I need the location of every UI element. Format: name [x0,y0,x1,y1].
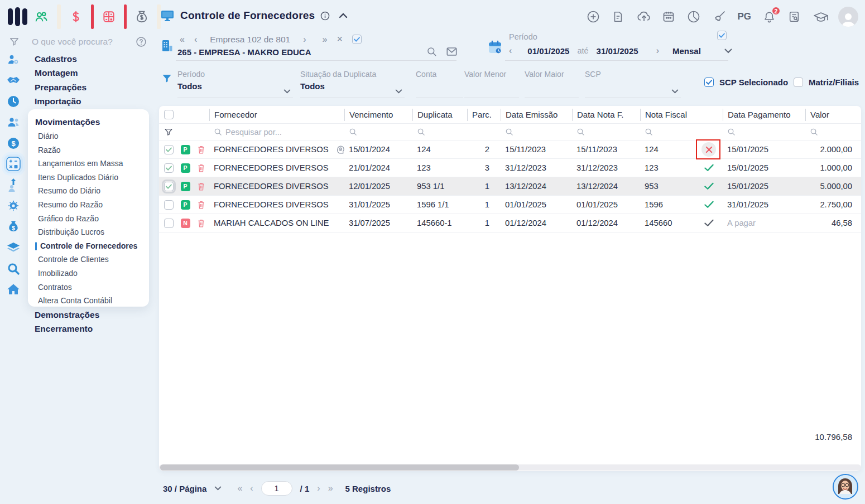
pending-check-icon[interactable] [704,219,714,227]
sidebar-item-montagem[interactable]: Montagem [35,66,86,80]
rail-layers-icon[interactable] [0,238,27,259]
delete-row-icon[interactable] [193,145,209,154]
paid-check-icon[interactable] [704,182,714,190]
document-search-icon[interactable] [788,10,801,23]
data-emissao-search-icon[interactable] [501,128,572,136]
dollar-module-icon[interactable] [69,9,83,25]
table-row[interactable]: P FORNECEDORES DIVERSOS 31/01/2025 1596 … [159,196,861,214]
people-module-icon[interactable] [33,9,49,25]
paid-check-icon[interactable] [704,201,714,209]
scrollbar-thumb[interactable] [160,464,519,471]
filter-conta[interactable]: Conta [416,69,463,94]
per-page-chevron-icon[interactable] [214,486,222,491]
delete-row-icon[interactable] [193,163,209,173]
bell-icon[interactable]: 2 [763,10,776,23]
chevron-down-icon[interactable] [283,89,291,94]
sidebar-search[interactable]: O que você procura? [0,32,159,51]
sidebar-item-importacao[interactable]: Importação [35,94,86,108]
submenu-item-resumo-do-razao[interactable]: Resumo do Razão [35,198,149,212]
header-parc[interactable]: Parc. [467,109,501,121]
header-fornecedor[interactable]: Fornecedor [209,109,344,121]
rail-people-icon[interactable] [0,112,27,133]
header-data-emissao[interactable]: Data Emissão [501,109,572,121]
moneybag-module-icon[interactable] [134,9,149,25]
period-mode-select[interactable]: Mensal [672,46,701,56]
delete-row-icon[interactable] [193,200,209,210]
submenu-item-razao[interactable]: Razão [35,143,149,157]
header-data-nota-f[interactable]: Data Nota F. [572,109,640,121]
next-company-button[interactable]: › [303,35,306,45]
header-nota-fiscal[interactable]: Nota Fiscal [640,109,695,121]
table-row[interactable]: P FORNECEDORES DIVERSOS 15/01/2024 124 2… [159,140,861,159]
calendar-icon[interactable] [662,10,675,23]
current-page-input[interactable] [261,481,292,496]
prev-company-button[interactable]: ‹ [194,35,197,45]
per-page-select[interactable]: 30 / Página [163,484,206,493]
clear-company-button[interactable]: × [337,33,343,45]
info-icon[interactable] [320,11,330,21]
period-start-date[interactable]: 01/01/2025 [527,46,569,56]
last-page-button[interactable]: » [328,483,333,493]
vencimento-search-icon[interactable] [344,128,412,136]
header-valor[interactable]: Valor [805,109,861,121]
user-avatar[interactable] [838,7,858,27]
collapse-chevron-up-icon[interactable] [339,13,348,18]
chevron-down-icon[interactable] [671,89,679,94]
pie-chart-icon[interactable] [687,10,700,23]
submenu-item-contratos[interactable]: Contratos [35,280,149,294]
next-period-button[interactable]: › [656,46,659,56]
period-mode-chevron-icon[interactable] [724,49,732,54]
matriz-filiais-checkbox[interactable]: Matriz/Filiais [794,77,859,87]
chevron-down-icon[interactable] [395,89,402,94]
submenu-title[interactable]: Movimentações [35,114,149,129]
filter-situacao[interactable]: Situação da Duplicata Todos [300,69,405,94]
rail-search-icon[interactable] [0,258,27,279]
submenu-item-imobilizado[interactable]: Imobilizado [35,266,149,280]
graduation-cap-icon[interactable] [813,10,826,23]
next-page-button[interactable]: › [317,483,320,493]
header-vencimento[interactable]: Vencimento [344,109,412,121]
company-checkbox[interactable] [352,35,362,44]
last-company-button[interactable]: » [322,35,327,45]
row-checkbox[interactable] [164,145,174,154]
row-checkbox[interactable] [164,182,174,191]
delete-row-icon[interactable] [193,182,209,191]
filter-valor-maior[interactable]: Valor Maior [525,69,579,94]
valor-search-icon[interactable] [805,128,861,136]
rail-gear-icon[interactable] [0,196,27,217]
rail-person-gear-icon[interactable] [0,49,27,70]
table-row[interactable]: N MARIAH CALCADOS ON LINE 31/07/2025 145… [159,214,861,232]
data-pagamento-search-icon[interactable] [723,128,805,136]
sidebar-search-placeholder[interactable]: O que você procura? [32,37,113,47]
rail-calculator-icon-active[interactable] [0,154,27,175]
prev-period-button[interactable]: ‹ [509,46,512,56]
submenu-item-grafico-do-razao[interactable]: Gráfico do Razão [35,212,149,226]
paid-check-icon[interactable] [704,164,714,172]
nota-fiscal-search-icon[interactable] [640,128,695,136]
calculator-module-icon[interactable] [102,9,116,24]
period-end-date[interactable]: 31/01/2025 [597,46,638,56]
fornecedor-search-field[interactable] [209,128,344,137]
sidebar-item-preparacoes[interactable]: Preparações [35,80,86,94]
submenu-item-itens-duplicados-diario[interactable]: Itens Duplicados Diário [35,171,149,185]
app-logo[interactable] [8,7,27,26]
help-icon[interactable] [136,36,147,47]
row-checkbox[interactable] [164,163,174,173]
add-circle-icon[interactable] [587,10,600,23]
broom-icon[interactable] [712,10,725,23]
prev-page-button[interactable]: ‹ [250,483,253,493]
submenu-item-altera-conta-contabil[interactable]: Altera Conta Contábil [35,294,149,308]
document-icon[interactable] [612,10,625,23]
duplicata-search-icon[interactable] [412,128,467,136]
header-duplicata[interactable]: Duplicata [412,109,467,121]
rail-dollar-icon[interactable]: $ [0,133,27,154]
row-checkbox[interactable] [164,219,174,228]
header-data-pagamento[interactable]: Data Pagamento [723,109,805,121]
sidebar-item-demonstracoes[interactable]: Demonstrações [35,308,99,322]
filter-valor-menor[interactable]: Valor Menor [464,69,519,94]
first-page-button[interactable]: « [237,483,242,493]
rail-home-icon[interactable] [0,279,27,301]
table-row-selected[interactable]: P FORNECEDORES DIVERSOS 12/01/2025 953 1… [159,177,861,196]
period-checkbox[interactable] [717,31,727,40]
sidebar-item-cadastros[interactable]: Cadastros [35,52,86,66]
